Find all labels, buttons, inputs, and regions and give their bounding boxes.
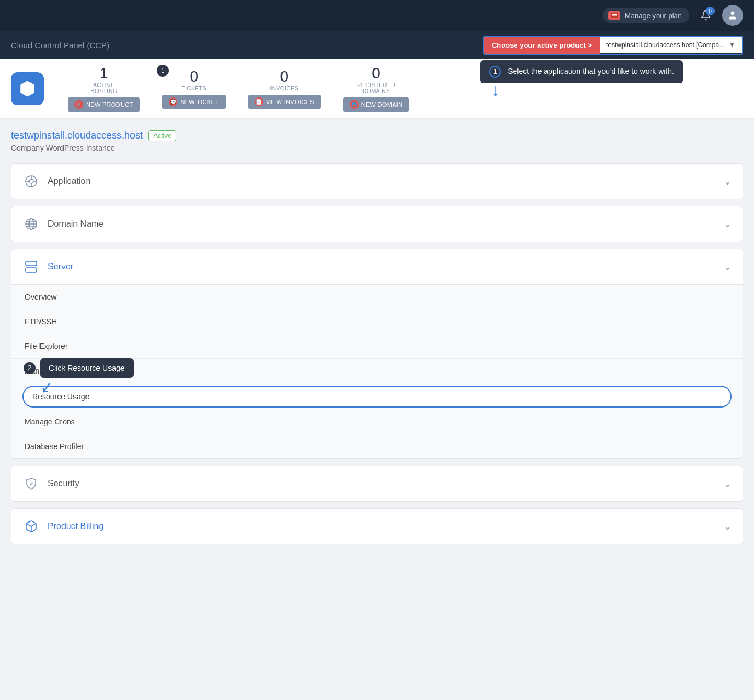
domain-accordion-header[interactable]: Domain Name ⌄ (11, 206, 743, 242)
active-hosting-count: 1 (100, 66, 108, 81)
site-subtitle: Company WordPress Instance (11, 144, 743, 152)
product-display: testwpinstall.cloudaccess.host [Company … (600, 37, 742, 53)
stat-invoices: 0 INVOICES 📄 VIEW INVOICES (237, 69, 332, 109)
product-display-text: testwpinstall.cloudaccess.host [Company … (606, 41, 726, 49)
product-billing-accordion: Product Billing ⌄ (11, 508, 743, 544)
server-icon (22, 258, 40, 276)
server-accordion: Server ⌄ Overview FTP/SSH File Explorer … (11, 249, 743, 459)
user-avatar-button[interactable] (722, 5, 743, 26)
server-title: Server (48, 262, 716, 272)
header-tooltip: 1 Select the application that you'd like… (480, 60, 683, 83)
svg-point-3 (731, 12, 735, 15)
new-domain-icon: 🌐 (350, 100, 359, 109)
server-item-file-explorer[interactable]: File Explorer (11, 334, 743, 359)
manage-plan-label: Manage your plan (625, 12, 682, 20)
product-billing-title: Product Billing (48, 521, 716, 531)
svg-rect-0 (611, 13, 618, 18)
domains-count: 0 (372, 66, 381, 81)
view-invoices-icon: 📄 (255, 97, 263, 106)
header-annotation-text: Select the application that you'd like t… (508, 67, 674, 76)
server-item-ftp-ssh[interactable]: FTP/SSH (11, 309, 743, 334)
manage-plan-button[interactable]: Manage your plan (603, 8, 689, 23)
active-hosting-label: ACTIVEHOSTING (90, 82, 117, 94)
svg-rect-18 (26, 268, 37, 272)
server-item-overview[interactable]: Overview (11, 285, 743, 309)
stat-domains: 0 REGISTEREDDOMAINS 🌐 NEW DOMAIN (332, 66, 421, 112)
domain-icon (22, 215, 40, 233)
choose-product-button[interactable]: Choose your active product > (484, 37, 600, 54)
step2-badge: 2 (24, 362, 36, 374)
svg-rect-17 (26, 261, 37, 266)
stat-active-hosting: 1 ACTIVEHOSTING 🛒 NEW PRODUCT (57, 66, 151, 112)
new-product-icon: 🛒 (74, 100, 83, 109)
site-header: testwpinstall.cloudaccess.host Active Co… (11, 130, 743, 152)
domain-chevron-icon: ⌄ (723, 218, 732, 230)
server-item-database-profiler[interactable]: Database Profiler (11, 434, 743, 458)
product-selector: Choose your active product > testwpinsta… (483, 36, 743, 55)
domain-title: Domain Name (48, 219, 716, 229)
server-item-manage-crons[interactable]: Manage Crons (11, 410, 743, 434)
application-title: Application (48, 176, 716, 186)
new-ticket-button[interactable]: 💬 NEW TICKET (162, 95, 226, 109)
application-icon (22, 173, 40, 190)
server-chevron-icon: ⌄ (723, 261, 732, 273)
new-product-label: NEW PRODUCT (86, 101, 133, 108)
notification-count-badge: 0 (706, 7, 715, 15)
step1-badge: 1 (489, 66, 501, 78)
step1-number: 1 (157, 65, 169, 77)
invoices-label: INVOICES (270, 85, 298, 91)
tickets-count: 0 (189, 69, 198, 84)
click-resource-tooltip: Click Resource Usage (40, 358, 134, 378)
server-accordion-header[interactable]: Server ⌄ (11, 249, 743, 285)
resource-annotation: 2 Click Resource Usage (24, 358, 134, 378)
application-accordion: Application ⌄ (11, 163, 743, 199)
header-annotation: 1 Select the application that you'd like… (458, 60, 683, 99)
svg-line-21 (30, 484, 31, 485)
logo-hexagon (11, 72, 44, 105)
top-navigation: Manage your plan 0 (0, 0, 754, 31)
view-invoices-label: VIEW INVOICES (266, 99, 314, 105)
security-title: Security (48, 479, 716, 489)
product-chevron-icon: ▼ (729, 41, 735, 49)
security-icon (22, 475, 40, 492)
view-invoices-button[interactable]: 📄 VIEW INVOICES (248, 95, 321, 109)
site-url-row: testwpinstall.cloudaccess.host Active (11, 130, 743, 141)
new-domain-button[interactable]: 🌐 NEW DOMAIN (343, 97, 410, 112)
svg-rect-2 (612, 16, 617, 17)
product-billing-icon (22, 518, 40, 535)
manage-plan-icon (608, 11, 620, 20)
tickets-label: TICKETS (181, 85, 206, 91)
security-chevron-icon: ⌄ (723, 478, 732, 490)
new-ticket-label: NEW TICKET (180, 99, 219, 105)
overview-label: Overview (25, 292, 56, 301)
svg-line-22 (31, 483, 33, 485)
site-url-text: testwpinstall.cloudaccess.host (11, 130, 143, 141)
product-billing-chevron-icon: ⌄ (723, 520, 732, 532)
new-ticket-icon: 💬 (169, 97, 177, 106)
svg-rect-1 (612, 14, 617, 15)
notification-bell-button[interactable]: 0 (696, 5, 716, 25)
security-accordion-header[interactable]: Security ⌄ (11, 466, 743, 501)
server-item-resource-usage[interactable]: 2 Click Resource Usage ↙ Resource Usage (22, 386, 732, 408)
active-status-badge: Active (148, 130, 176, 141)
application-chevron-icon: ⌄ (723, 175, 732, 187)
database-profiler-label: Database Profiler (25, 442, 84, 451)
domain-accordion: Domain Name ⌄ (11, 206, 743, 242)
application-accordion-header[interactable]: Application ⌄ (11, 164, 743, 199)
file-explorer-label: File Explorer (25, 342, 68, 351)
svg-point-7 (29, 179, 33, 183)
svg-point-5 (26, 88, 29, 90)
main-content: testwpinstall.cloudaccess.host Active Co… (0, 119, 754, 562)
header-bar: Cloud Control Panel (CCP) Choose your ac… (0, 31, 754, 59)
ftp-ssh-label: FTP/SSH (25, 317, 57, 326)
new-domain-label: NEW DOMAIN (361, 101, 403, 108)
domains-label: REGISTEREDDOMAINS (357, 82, 395, 94)
product-billing-header[interactable]: Product Billing ⌄ (11, 509, 743, 544)
security-accordion: Security ⌄ (11, 466, 743, 502)
stat-tickets: 1 0 TICKETS 💬 NEW TICKET (151, 69, 237, 109)
header-arrow-icon: ↓ (491, 81, 500, 99)
server-menu: Overview FTP/SSH File Explorer Manage Lo… (11, 285, 743, 458)
new-product-button[interactable]: 🛒 NEW PRODUCT (68, 97, 140, 112)
app-title: Cloud Control Panel (CCP) (11, 41, 110, 50)
invoices-count: 0 (280, 69, 289, 84)
